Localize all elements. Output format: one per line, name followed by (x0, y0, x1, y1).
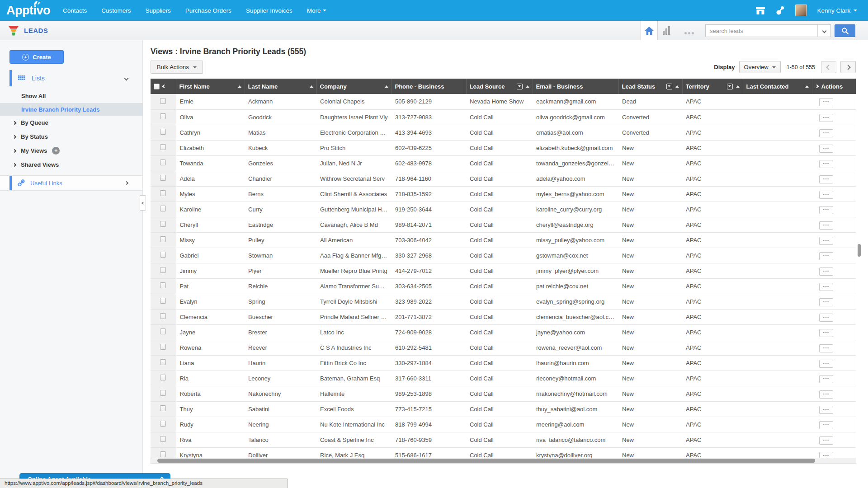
row-actions-button[interactable] (819, 129, 833, 137)
row-checkbox[interactable] (160, 421, 166, 427)
apptivo-logo[interactable]: Apptivo (6, 4, 50, 18)
row-actions-button[interactable] (819, 360, 833, 368)
row-checkbox[interactable] (160, 359, 166, 365)
row-checkbox[interactable] (160, 267, 166, 273)
search-input[interactable] (706, 25, 817, 37)
sidebar-item-by-status[interactable]: By Status (0, 130, 142, 144)
sidebar-section-lists[interactable]: Lists (0, 70, 142, 86)
nav-item-supplier-invoices[interactable]: Supplier Invoices (246, 7, 292, 14)
row-actions-button[interactable] (819, 175, 833, 183)
sort-asc-icon[interactable] (526, 85, 529, 88)
filter-icon[interactable] (666, 84, 672, 89)
row-checkbox[interactable] (160, 190, 166, 196)
column-header-first-name[interactable]: First Name (176, 79, 245, 94)
row-actions-button[interactable] (819, 406, 833, 414)
row-actions-button[interactable] (819, 98, 833, 106)
reports-icon[interactable] (663, 26, 670, 35)
user-avatar[interactable] (795, 5, 807, 16)
row-actions-button[interactable] (819, 283, 833, 291)
row-actions-button[interactable] (819, 390, 833, 399)
column-header-actions[interactable]: Actions (812, 79, 856, 94)
sort-asc-icon[interactable] (385, 85, 388, 88)
row-actions-button[interactable] (819, 145, 833, 153)
sidebar-item-useful-links[interactable]: Useful Links (0, 175, 142, 191)
row-actions-button[interactable] (819, 160, 833, 168)
column-header-phone-business[interactable]: Phone - Business (392, 79, 466, 94)
create-button[interactable]: + Create (9, 50, 64, 64)
row-actions-button[interactable] (819, 421, 833, 429)
sidebar-collapse-handle[interactable] (140, 195, 146, 211)
connections-icon[interactable] (776, 6, 785, 15)
row-actions-button[interactable] (819, 252, 833, 260)
row-checkbox[interactable] (160, 175, 166, 181)
filter-icon[interactable] (727, 84, 733, 89)
more-tools-icon[interactable] (684, 32, 694, 34)
display-mode-select[interactable]: Overview (739, 61, 781, 73)
horizontal-scrollbar[interactable] (151, 458, 856, 464)
sidebar-item-irvine-branch-priority-leads[interactable]: Irvine Branch Priority Leads (0, 103, 142, 116)
nav-item-customers[interactable]: Customers (101, 7, 131, 14)
column-header-lead-status[interactable]: Lead Status (618, 79, 682, 94)
select-all-checkbox[interactable] (154, 84, 160, 89)
row-checkbox[interactable] (160, 129, 166, 135)
row-checkbox[interactable] (160, 328, 166, 334)
row-actions-button[interactable] (819, 191, 833, 199)
user-menu[interactable]: Kenny Clark (817, 7, 857, 14)
sidebar-item-shared-views[interactable]: Shared Views (0, 158, 142, 172)
row-actions-button[interactable] (819, 314, 833, 322)
column-header-email-business[interactable]: Email - Business (533, 79, 618, 94)
sidebar-item-by-queue[interactable]: By Queue (0, 116, 142, 130)
sort-asc-icon[interactable] (736, 85, 740, 88)
column-header-company[interactable]: Company (316, 79, 392, 94)
row-checkbox[interactable] (160, 144, 166, 150)
column-header-last-contacted[interactable]: Last Contacted (743, 79, 812, 94)
row-actions-button[interactable] (819, 436, 833, 445)
search-options-dropdown[interactable] (817, 25, 830, 37)
row-checkbox[interactable] (160, 206, 166, 211)
row-checkbox[interactable] (160, 221, 166, 227)
sort-asc-icon[interactable] (805, 85, 809, 88)
nav-item-purchase-orders[interactable]: Purchase Orders (185, 7, 231, 14)
column-header-last-name[interactable]: Last Name (245, 79, 316, 94)
collapse-column-icon[interactable] (162, 84, 166, 88)
row-checkbox[interactable] (160, 344, 166, 350)
row-checkbox[interactable] (160, 313, 166, 319)
row-checkbox[interactable] (160, 282, 166, 288)
sidebar-item-show-all[interactable]: Show All (0, 90, 142, 102)
horizontal-scrollbar-thumb[interactable] (157, 459, 815, 463)
row-actions-button[interactable] (819, 114, 833, 122)
sort-asc-icon[interactable] (238, 85, 241, 88)
row-checkbox[interactable] (160, 160, 166, 165)
filter-icon[interactable] (517, 84, 523, 89)
bulk-actions-button[interactable]: Bulk Actions (151, 61, 203, 74)
sort-asc-icon[interactable] (675, 85, 679, 88)
search-button[interactable] (835, 24, 855, 37)
row-checkbox[interactable] (160, 390, 166, 396)
next-page-button[interactable] (840, 61, 856, 73)
row-checkbox[interactable] (160, 298, 166, 304)
column-header-lead-source[interactable]: Lead Source (466, 79, 533, 94)
add-view-icon[interactable]: + (52, 147, 60, 155)
nav-item-more[interactable]: More (307, 7, 327, 14)
row-actions-button[interactable] (819, 344, 833, 352)
row-checkbox[interactable] (160, 405, 166, 411)
column-header-territory[interactable]: Territory (682, 79, 743, 94)
vertical-scrollbar-thumb[interactable] (858, 244, 861, 257)
row-actions-button[interactable] (819, 237, 833, 245)
row-actions-button[interactable] (819, 298, 833, 306)
row-actions-button[interactable] (819, 221, 833, 230)
store-icon[interactable] (755, 6, 766, 15)
sort-asc-icon[interactable] (310, 85, 313, 88)
row-actions-button[interactable] (819, 452, 833, 458)
row-checkbox[interactable] (160, 436, 166, 442)
row-actions-button[interactable] (819, 329, 833, 337)
row-checkbox[interactable] (160, 375, 166, 380)
sidebar-item-my-views[interactable]: My Views+ (0, 144, 142, 158)
row-actions-button[interactable] (819, 206, 833, 214)
row-checkbox[interactable] (160, 113, 166, 119)
home-button[interactable] (641, 21, 658, 40)
nav-item-suppliers[interactable]: Suppliers (146, 7, 171, 14)
row-checkbox[interactable] (160, 451, 166, 457)
row-checkbox[interactable] (160, 236, 166, 242)
expand-columns-icon[interactable] (816, 84, 819, 88)
